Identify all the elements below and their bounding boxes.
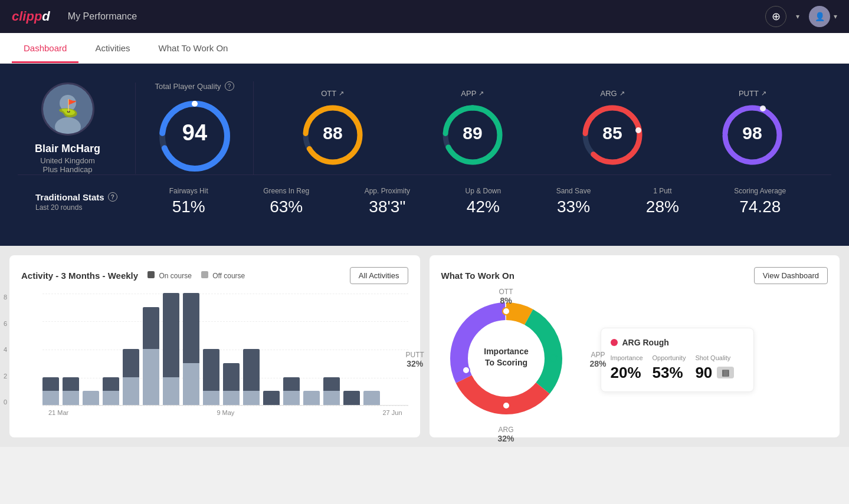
donut-chart-area: OTT 8% PUTT 32% APP 28% ARG 32% bbox=[441, 294, 571, 426]
gauge-app: APP ↗ 89 bbox=[434, 89, 511, 167]
putt-donut-label: PUTT 32% bbox=[406, 351, 424, 368]
stat-fairways-hit: Fairways Hit 51% bbox=[169, 187, 208, 216]
gauge-arg: ARG ↗ 85 bbox=[574, 89, 651, 167]
view-dashboard-button[interactable]: View Dashboard bbox=[754, 267, 828, 284]
bar-group bbox=[363, 293, 380, 405]
ott-trend-icon: ↗ bbox=[339, 90, 344, 97]
nav-title: My Performance bbox=[68, 11, 137, 22]
player-handicap: Plus Handicap bbox=[43, 165, 93, 174]
bar-group bbox=[123, 293, 139, 405]
player-avatar: ⛳ bbox=[41, 83, 94, 136]
off-course-legend-dot bbox=[201, 271, 208, 278]
info-card-metrics: Importance 20% Opportunity 53% Shot Qual… bbox=[611, 354, 744, 382]
svg-text:Importance: Importance bbox=[484, 347, 529, 356]
on-course-bar bbox=[63, 377, 79, 391]
shot-quality-metric: Shot Quality 90 ▤ bbox=[695, 354, 734, 382]
on-course-bar bbox=[163, 293, 179, 377]
bar-group bbox=[83, 293, 99, 405]
donut-svg: Importance To Scoring bbox=[441, 294, 571, 423]
shot-quality-badge: ▤ bbox=[717, 367, 734, 378]
tab-activities[interactable]: Activities bbox=[83, 35, 142, 63]
svg-point-31 bbox=[550, 355, 557, 362]
activity-bar-chart: 0 2 4 6 8 21 Mar 9 May 27 Jun bbox=[21, 294, 408, 416]
importance-metric: Importance 20% bbox=[611, 354, 643, 382]
plus-icon: ⊕ bbox=[772, 10, 781, 23]
gauge-ott: OTT ↗ 88 bbox=[294, 89, 371, 167]
tab-what-to-work-on[interactable]: What To Work On bbox=[147, 35, 240, 63]
stat-app-proximity: App. Proximity 38'3" bbox=[365, 187, 410, 216]
quality-help-icon[interactable]: ? bbox=[225, 81, 234, 91]
y-grid-0 bbox=[42, 406, 408, 406]
top-nav: clippd My Performance ⊕ ▾ 👤 ▾ bbox=[0, 0, 849, 33]
logo: clippd bbox=[12, 9, 50, 24]
on-course-bar bbox=[343, 391, 360, 405]
on-course-bar bbox=[123, 349, 139, 377]
off-course-bar bbox=[123, 377, 139, 406]
off-course-bar bbox=[243, 391, 260, 405]
bottom-panels: Activity - 3 Months - Weekly On course O… bbox=[0, 246, 849, 447]
svg-text:88: 88 bbox=[323, 123, 342, 143]
ott-label: OTT ↗ bbox=[321, 89, 344, 98]
what-body: OTT 8% PUTT 32% APP 28% ARG 32% bbox=[441, 294, 828, 426]
svg-point-32 bbox=[503, 402, 510, 409]
stat-sand-save: Sand Save 33% bbox=[556, 187, 591, 216]
activity-title: Activity - 3 Months - Weekly On course O… bbox=[21, 271, 245, 281]
trad-stats-label: Traditional Stats ? Last 20 rounds bbox=[35, 192, 142, 212]
bar-group bbox=[163, 293, 179, 405]
putt-label: PUTT ↗ bbox=[739, 89, 766, 98]
on-course-bar bbox=[143, 307, 159, 349]
trad-stats-subtitle: Last 20 rounds bbox=[35, 203, 142, 212]
bar-group bbox=[263, 293, 280, 405]
all-activities-button[interactable]: All Activities bbox=[350, 267, 408, 284]
chart-y-labels: 0 2 4 6 8 bbox=[4, 294, 7, 406]
red-dot-icon bbox=[611, 339, 618, 346]
nav-right: ⊕ ▾ 👤 ▾ bbox=[765, 6, 837, 27]
on-course-bar bbox=[103, 377, 119, 391]
bar-group bbox=[223, 293, 240, 405]
ott-donut-label: OTT 8% bbox=[499, 288, 513, 305]
stat-greens-in-reg: Greens In Reg 63% bbox=[263, 187, 309, 216]
player-name: Blair McHarg bbox=[35, 143, 100, 155]
avatar: 👤 bbox=[809, 6, 830, 27]
on-course-bar bbox=[283, 377, 300, 391]
on-course-bar bbox=[42, 377, 59, 391]
user-avatar-button[interactable]: 👤 ▾ bbox=[809, 6, 837, 27]
chart-bars-container bbox=[42, 294, 408, 406]
off-course-bar bbox=[63, 391, 79, 405]
arg-rough-info-card: ARG Rough Importance 20% Opportunity 53%… bbox=[601, 328, 754, 392]
total-quality-label: Total Player Quality ? bbox=[155, 81, 234, 91]
bar-group bbox=[203, 293, 219, 405]
off-course-bar bbox=[203, 391, 219, 405]
activity-panel-header: Activity - 3 Months - Weekly On course O… bbox=[21, 267, 408, 284]
what-panel-header: What To Work On View Dashboard bbox=[441, 267, 828, 284]
svg-point-21 bbox=[760, 106, 766, 111]
svg-point-17 bbox=[635, 127, 641, 133]
app-label: APP ↗ bbox=[461, 89, 484, 98]
bar-group bbox=[343, 293, 360, 405]
total-quality-gauge: 94 bbox=[156, 98, 233, 174]
on-course-legend-dot bbox=[147, 271, 155, 278]
tab-dashboard[interactable]: Dashboard bbox=[12, 35, 78, 63]
svg-text:85: 85 bbox=[602, 123, 622, 143]
svg-point-33 bbox=[463, 367, 470, 374]
stat-items: Fairways Hit 51% Greens In Reg 63% App. … bbox=[142, 187, 814, 216]
trad-stats-help-icon[interactable]: ? bbox=[108, 192, 117, 202]
off-course-bar bbox=[42, 391, 59, 405]
arg-trend-icon: ↗ bbox=[619, 90, 625, 97]
stat-up-down: Up & Down 42% bbox=[466, 187, 501, 216]
bar-group bbox=[143, 293, 159, 405]
total-quality-section: Total Player Quality ? 94 bbox=[136, 81, 254, 174]
off-course-bar bbox=[103, 391, 119, 405]
arg-donut-label: ARG 32% bbox=[497, 426, 514, 443]
what-to-work-on-panel: What To Work On View Dashboard OTT 8% PU… bbox=[430, 255, 840, 437]
activity-chart-panel: Activity - 3 Months - Weekly On course O… bbox=[9, 255, 420, 437]
bar-group bbox=[63, 293, 79, 405]
add-button[interactable]: ⊕ bbox=[765, 6, 786, 27]
hero-banner: ⛳ Blair McHarg United Kingdom Plus Handi… bbox=[0, 64, 849, 246]
off-course-bar bbox=[363, 391, 380, 405]
off-course-bar bbox=[183, 363, 199, 405]
svg-point-6 bbox=[192, 101, 198, 107]
bar-group bbox=[183, 293, 199, 405]
tab-bar: Dashboard Activities What To Work On bbox=[0, 33, 849, 64]
bar-group bbox=[303, 293, 320, 405]
